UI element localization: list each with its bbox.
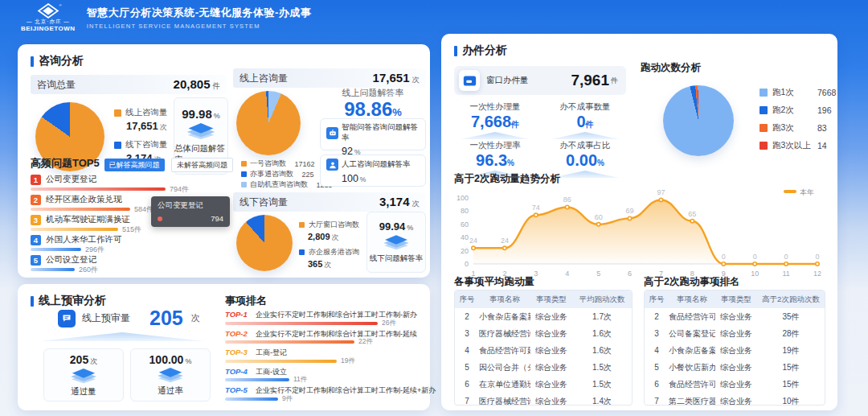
- rank-label: TOP-2: [225, 329, 252, 338]
- svg-text:11: 11: [782, 270, 789, 278]
- legend-item[interactable]: 跑1次7668: [760, 87, 836, 98]
- table-row: 5小餐饮店新办综合业务15件: [645, 359, 825, 376]
- svg-text:65: 65: [688, 210, 696, 218]
- svg-text:86: 86: [563, 196, 571, 204]
- table-row: 6食品经营许可延续综合业务15件: [645, 376, 825, 393]
- bar: [31, 268, 75, 271]
- legend-swatch: [760, 89, 768, 97]
- pie-chart-offline-consult: [236, 215, 293, 271]
- total-consult-header: 咨询总量 20,805件: [31, 75, 227, 94]
- bar: [225, 360, 337, 363]
- ranking-list: TOP-1企业实行不定时工作制和综合计算工时工作制-新办26件TOP-2企业实行…: [225, 310, 426, 405]
- svg-text:20: 20: [461, 247, 469, 255]
- table-row: 3公司备案登记综合业务28件: [645, 325, 825, 342]
- legend-item[interactable]: 跑3次83: [760, 122, 836, 134]
- table-row: 5因公司合并（分...综合业务1.5次: [455, 359, 632, 376]
- table-row: 7第二类医疗器械...综合业务10件: [645, 393, 825, 406]
- rank-label: TOP-3: [225, 348, 252, 356]
- tooltip-value: 794: [211, 214, 223, 223]
- bar: [225, 378, 289, 381]
- pedestal-shape: [461, 132, 529, 139]
- bar-value: 794件: [170, 184, 189, 195]
- pass-rate-box: 100.00% 通过率: [130, 348, 211, 402]
- top5-title: 高频问题TOP5: [31, 156, 100, 171]
- legend-item[interactable]: 跑3次以上14: [760, 140, 836, 151]
- svg-text:6: 6: [628, 270, 632, 278]
- question-name: 外国人来华工作许可: [46, 234, 122, 245]
- rank-label: TOP-5: [225, 385, 252, 394]
- legend-swatch: [114, 109, 121, 117]
- bar: [225, 397, 278, 401]
- pie-legend-offline: 大厅窗口咨询数 2,809次 亦企服务港咨询 365次: [299, 220, 359, 277]
- table-row: 7医疗器械经营许...综合业务1.4次: [455, 393, 632, 406]
- top5-item: 5公司设立登记260件: [31, 254, 233, 274]
- preaudit-panel: 线上预审分析 线上预审量 205次 205次 通过量 100.00%: [18, 284, 430, 410]
- svg-text:0: 0: [784, 253, 788, 261]
- section-title-cases: 办件分析: [454, 43, 507, 58]
- legend-swatch: [241, 171, 247, 177]
- question-name: 经开区惠企政策兑现: [46, 194, 122, 205]
- pedestal-shape: [551, 132, 619, 139]
- svg-text:10: 10: [751, 270, 759, 278]
- legend-item[interactable]: 跑2次196: [760, 105, 836, 116]
- trend-chart-container: 0204060801001242243744865606697978659010…: [449, 185, 827, 283]
- robot-icon: [326, 127, 338, 139]
- bar-value: 11件: [293, 375, 307, 385]
- rank-badge: 2: [31, 195, 41, 205]
- ranking-item: TOP-5企业实行不定时工作制和综合计算工时工作制-延续+新办9件: [225, 385, 426, 405]
- avg-table-title: 各事项平均跑动量: [454, 275, 534, 289]
- run-count-title: 跑动次数分析: [641, 61, 701, 75]
- chart-tooltip: 公司变更登记 794: [151, 196, 230, 227]
- svg-text:60: 60: [595, 213, 603, 221]
- question-name: 公司变更登记: [46, 174, 96, 185]
- layers-icon: [155, 368, 186, 384]
- tooltip-title: 公司变更登记: [158, 200, 223, 211]
- manual-qa-rate-box: 人工咨询问题解答率 100%: [320, 154, 426, 187]
- svg-text:24: 24: [469, 237, 477, 245]
- bar-value: 19件: [341, 356, 355, 366]
- section-title-consult: 咨询分析: [31, 54, 84, 68]
- over2-run-table: 序号事项名称事项类型高于2次跑动次数2食品经营许可新办综合业务35件3公司备案登…: [644, 290, 825, 406]
- chat-icon: [58, 310, 76, 327]
- bar: [225, 322, 378, 325]
- tooltip-marker: [158, 216, 162, 221]
- app-title: 智慧大厅分析决策系统-无缝化服务体验-办成事: [87, 6, 312, 20]
- online-offline-column: 线上咨询量 17,651次 一号咨询数 17162 亦事通咨询数 225 自助机…: [233, 68, 426, 274]
- pie-legend-online: 一号咨询数 17162 亦事通咨询数 225 自助机查询咨询数 1215: [241, 159, 333, 190]
- ranking-item: TOP-4工商-设立11件: [225, 367, 426, 386]
- ranking-item: TOP-2企业实行不定时工作制和综合计算工时工作制-延续22件: [225, 329, 426, 348]
- legend-swatch: [114, 142, 121, 149]
- top5-item: 4外国人来华工作许可296件: [31, 234, 233, 254]
- pie-chart-online-consult: [236, 91, 301, 155]
- ranking-item: TOP-1企业实行不定时工作制和综合计算工时工作制-新办26件: [225, 310, 426, 329]
- window-cases-box: 窗口办件量 7,961件: [454, 66, 626, 95]
- run-count-legend: 跑1次7668跑2次196跑3次83跑3次以上14: [760, 87, 836, 151]
- legend-swatch: [760, 142, 768, 150]
- bar-value: 22件: [358, 337, 373, 347]
- svg-text:60: 60: [461, 220, 469, 229]
- svg-text:0: 0: [815, 253, 819, 261]
- top5-list: 公司变更登记 794 1公司变更登记794件2经开区惠企政策兑现584件3机动车…: [31, 174, 233, 274]
- logo: ® — 北京·亦庄 — BEIJINGETOWN: [21, 3, 76, 33]
- tab-unanswered-questions[interactable]: 未解答高频问题: [171, 158, 233, 172]
- legend-swatch: [241, 161, 247, 167]
- svg-text:97: 97: [657, 188, 665, 196]
- bar-value: 9件: [282, 394, 293, 404]
- table-row: 4食品经营许可延续综合业务1.6次: [455, 342, 632, 359]
- svg-text:0: 0: [465, 260, 469, 268]
- rank-badge: 1: [31, 175, 41, 185]
- svg-text:®: ®: [59, 3, 61, 7]
- consult-analysis-panel: 咨询分析 咨询总量 20,805件 线上咨询量 17,651次 线下咨询量 3,…: [18, 44, 430, 278]
- legend-swatch: [760, 124, 768, 132]
- rank-label: TOP-4: [225, 367, 252, 376]
- table-row: 4小食杂店备案新办综合业务19件: [645, 342, 825, 359]
- table-header: 序号事项名称事项类型高于2次跑动次数: [645, 290, 825, 308]
- bar-value: 515件: [122, 224, 141, 235]
- table-row: 2食品经营许可新办综合业务35件: [645, 308, 825, 325]
- rank-badge: 3: [31, 215, 41, 225]
- tab-answered-questions[interactable]: 已解答高频问题: [104, 159, 165, 171]
- legend-swatch: [760, 106, 768, 114]
- bar: [31, 208, 130, 211]
- rank-label: TOP-1: [225, 310, 252, 319]
- item-name: 工商-设立: [256, 367, 287, 377]
